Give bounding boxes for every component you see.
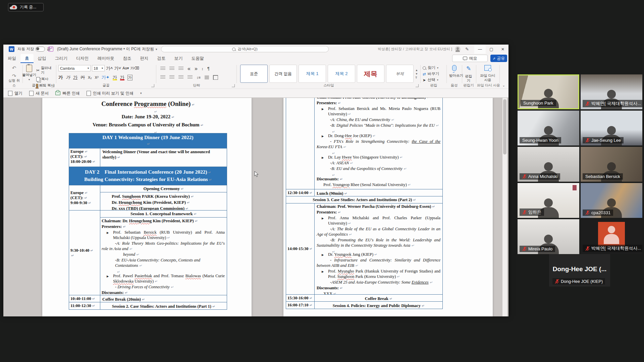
superscript-icon[interactable]: X² (95, 75, 99, 79)
underline-icon[interactable]: 가 (73, 74, 77, 80)
style-subtitle[interactable]: 부제 (386, 65, 414, 83)
line-spacing-icon[interactable]: ↕≡ (197, 75, 201, 79)
tab-home[interactable]: 홈 (20, 54, 34, 63)
increase-indent-icon[interactable]: » (195, 66, 198, 72)
style-title[interactable]: 제목 (357, 65, 384, 83)
clipboard-dialog-launcher[interactable] (51, 84, 54, 87)
close-button[interactable]: ✕ (497, 45, 508, 54)
character-border-icon[interactable]: 가 (127, 75, 132, 80)
decrease-indent-icon[interactable]: « (187, 66, 191, 72)
pen-mode-icon[interactable]: ✎ (465, 47, 469, 52)
vertical-scrollbar[interactable] (502, 98, 507, 316)
justify-icon[interactable] (187, 75, 193, 79)
find-button[interactable]: 찾기▾ (423, 65, 439, 70)
reuse-files-button[interactable]: 파일 다시 사용 (477, 65, 498, 82)
collapse-ribbon-icon[interactable]: ⌄ (502, 83, 505, 87)
tab-file[interactable]: 파일 (3, 54, 20, 63)
video-tile[interactable]: Sunghoon Park (518, 74, 579, 109)
tab-layout[interactable]: 레이아웃 (93, 54, 119, 63)
grow-font-icon[interactable]: 가˄ (106, 65, 113, 71)
print-preview-button[interactable]: 인쇄 미리 보기 및 인쇄 (87, 90, 133, 96)
style-normal[interactable]: 표준 (240, 65, 268, 83)
account-name[interactable]: 박성훈[ 센터장 / 고려대학교 장 모네 EU센터 ] (378, 47, 452, 52)
scrollbar-thumb[interactable] (503, 99, 506, 155)
dictate-button[interactable]: 받아쓰기 (447, 65, 461, 78)
shading-icon[interactable] (205, 75, 209, 79)
document-canvas[interactable]: Conference Programme (Online) Date: June… (3, 98, 508, 316)
save-icon[interactable] (48, 47, 53, 52)
style-heading2[interactable]: 제목 2 (328, 65, 355, 83)
sort-icon[interactable]: ↕ (202, 67, 204, 71)
quick-print-button[interactable]: 빠른 인쇄 (55, 90, 79, 96)
tab-references[interactable]: 참조 (119, 54, 136, 63)
paste-button[interactable]: 붙여넣기 ▾ (23, 65, 35, 81)
video-tile-name-plate[interactable]: Dong-Hee JOE (... Dong-Hee JOE (KIEP) (549, 254, 610, 287)
multilevel-list-icon[interactable] (178, 67, 183, 71)
style-no-spacing[interactable]: 간격 없음 (269, 65, 297, 83)
italic-icon[interactable]: 가 (66, 74, 70, 80)
change-case-icon[interactable]: Aa▾ (122, 66, 129, 70)
strikethrough-icon[interactable]: 가 (80, 74, 85, 80)
video-tile[interactable]: Seung-Hwan Yoon (518, 111, 579, 145)
recording-indicator[interactable]: 기록 중... (8, 3, 44, 11)
new-document-button[interactable]: 새 문서 (29, 90, 49, 96)
autosave-toggle[interactable]: 자동 저장 끔 (17, 47, 51, 52)
align-left-icon[interactable] (160, 75, 165, 79)
tab-design[interactable]: 디자인 (72, 54, 93, 63)
tab-view[interactable]: 보기 (170, 54, 187, 63)
tab-draw[interactable]: 그리기 (51, 54, 72, 63)
tab-insert[interactable]: 삽입 (34, 54, 51, 63)
styles-scroll-up[interactable]: ▲ (415, 69, 418, 72)
style-heading1[interactable]: 제목 1 (299, 65, 326, 83)
borders-icon[interactable] (213, 75, 218, 80)
highlight-color-icon[interactable]: 가 (113, 74, 117, 80)
minimize-button[interactable]: — (474, 45, 486, 54)
align-right-icon[interactable] (178, 75, 183, 79)
undo-icon[interactable]: ↶ (12, 65, 16, 71)
show-marks-icon[interactable]: ¶ (207, 66, 209, 71)
tab-review[interactable]: 검토 (153, 54, 170, 63)
account-avatar[interactable] (455, 46, 461, 52)
subscript-icon[interactable]: X₂ (88, 75, 92, 79)
document-title[interactable]: (Draft) June Conference Programme • 이 PC… (57, 45, 157, 54)
styles-dialog-launcher[interactable] (416, 84, 419, 87)
clear-formatting-icon[interactable]: 가⌫ (130, 66, 139, 71)
tab-help[interactable]: 도움말 (187, 54, 209, 63)
word-app-icon[interactable]: W (9, 46, 14, 52)
bold-icon[interactable]: 가 (58, 74, 63, 80)
shrink-font-icon[interactable]: 가˅ (114, 65, 121, 71)
comments-button[interactable]: 메모 (452, 55, 488, 62)
font-size-select[interactable]: 18▾ (92, 65, 105, 71)
text-effects-icon[interactable]: 가✦ (102, 74, 110, 80)
video-tile[interactable]: Anna Michalski (518, 147, 579, 182)
replace-button[interactable]: ⇄ 바꾸기 (423, 71, 439, 76)
share-button[interactable]: ⇗ 공유 (490, 55, 507, 62)
video-tile[interactable]: Jae-Seung Lee (581, 111, 642, 145)
video-tile[interactable]: 박혜연[ 국제대학원석사... (581, 219, 642, 254)
video-tile[interactable]: Sebastian Bersick (581, 147, 642, 182)
maximize-button[interactable]: ▢ (486, 45, 497, 54)
select-button[interactable]: ➤ 선택▾ (423, 77, 439, 82)
cut-button[interactable]: ✂ 잘라내기 (36, 66, 55, 75)
font-family-select[interactable]: Cambria▾ (58, 65, 91, 71)
bullet-list-icon[interactable] (160, 67, 165, 71)
video-tile[interactable]: cpa20331 (581, 183, 642, 218)
video-tile[interactable]: Mireia Paulo (518, 219, 579, 254)
editor-button[interactable]: ✎ 편집기 (462, 65, 475, 83)
font-dialog-launcher[interactable] (151, 84, 154, 87)
font-color-icon[interactable]: 가 (120, 74, 124, 80)
video-tile[interactable]: 임하은 (518, 183, 579, 218)
muted-mic-icon (585, 101, 590, 106)
qat-overflow-icon[interactable]: ▾ (140, 92, 142, 95)
paragraph-dialog-launcher[interactable] (232, 84, 235, 87)
open-button[interactable]: 열기 (8, 90, 22, 96)
styles-gallery-more[interactable]: ⊽ (415, 76, 418, 79)
align-center-icon[interactable] (169, 75, 174, 79)
search-input[interactable]: 검색(Alt+Q) (161, 46, 329, 52)
video-tile[interactable]: 박혜연[ 국제대학원석사... (581, 74, 642, 109)
numbered-list-icon[interactable] (169, 67, 174, 71)
copy-button[interactable]: 복사 (36, 77, 55, 81)
styles-scroll-down[interactable]: ▼ (415, 72, 418, 75)
tab-mailings[interactable]: 편지 (136, 54, 153, 63)
programme-table-day1: DAY 1 Welcoming Dinner (19 June 2022) Eu… (69, 133, 227, 310)
